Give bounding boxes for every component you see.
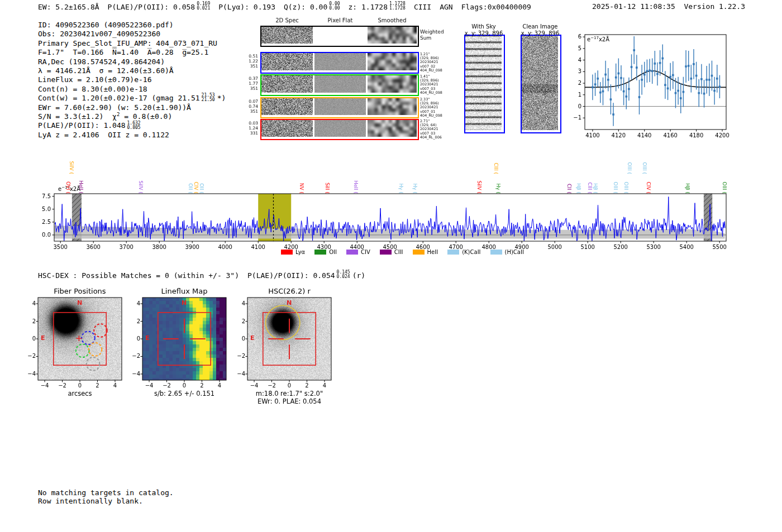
2dspec-left-value: 1.77 bbox=[244, 81, 258, 86]
cutout-ytick-label: −2 bbox=[22, 353, 36, 359]
weighted-sum-label-line1: Weighted bbox=[420, 29, 444, 35]
emission-line-label: CIII ( bbox=[499, 174, 511, 180]
spectrum-ytick-label: 2.5 bbox=[37, 219, 51, 225]
emission-line-label-text: OIII ( bbox=[722, 182, 727, 194]
emission-line-label-text: Hβ ( bbox=[685, 183, 690, 194]
inset-data-point bbox=[656, 73, 659, 75]
info-text: LyA z = 2.4106 OII z = 0.1122 bbox=[38, 131, 169, 140]
inset-data-point bbox=[618, 73, 620, 75]
cutout-ytick-label: 0 bbox=[22, 336, 36, 342]
header-timestamp-version: 2025-01-12 11:08:35 Version 1.22.3 bbox=[592, 2, 745, 11]
inset-ytick-label: 3 bbox=[569, 68, 581, 74]
cutout-xtick-label: −2 bbox=[265, 382, 279, 389]
emission-line-label-text: OII ( bbox=[188, 183, 193, 194]
inset-ytick-label: 4 bbox=[569, 57, 581, 63]
2dspec-left-value: 351 bbox=[244, 109, 258, 114]
emission-line-label: OIII ( bbox=[727, 194, 739, 199]
cutout-xtick-label: 0 bbox=[73, 382, 87, 389]
2dspec-right-value: 404_RL_006 bbox=[420, 136, 446, 140]
2dspec-right-value: 404_RU_098 bbox=[420, 114, 446, 118]
inset-data-point bbox=[700, 78, 703, 80]
inset-data-point bbox=[716, 78, 718, 80]
spectrum-xtick-label: 3600 bbox=[82, 244, 104, 250]
cutout-xtick-label: −4 bbox=[38, 382, 51, 389]
inset-data-point bbox=[667, 88, 669, 90]
info-line: λ = 4146.21Å σ = 12.40(±3.60)Å bbox=[38, 66, 226, 75]
info-line: F=1.7" T=0.166 N̅=1.40 A̅=0.28 g̅=25.1 bbox=[38, 48, 226, 57]
weighted-sum-label: Weighted Sum bbox=[420, 29, 444, 41]
spectrum-xtick-label: 4400 bbox=[346, 244, 368, 250]
report-version: Version 1.22.3 bbox=[684, 2, 745, 11]
inset-data-point bbox=[594, 83, 597, 85]
info-line: RA,Dec (198.574524,49.864204) bbox=[38, 57, 226, 66]
info-line: Cont(w) = 1.20(±0.02)e-17 (gmag 21.5121.… bbox=[38, 94, 226, 103]
emission-line-label: OIII ( bbox=[629, 194, 641, 199]
emission-line-label: SiIV ( bbox=[482, 194, 495, 199]
cutout-ytick-label: −4 bbox=[232, 371, 245, 377]
footer-line-2: Row intentionally blank. bbox=[38, 497, 174, 506]
emission-line-label-text: Hγ ( bbox=[398, 184, 404, 194]
cutout-xtick-label: 2 bbox=[90, 382, 104, 389]
emission-line-label-text: Hγ ( bbox=[495, 184, 501, 194]
legend-swatch bbox=[281, 250, 293, 255]
spectrum-xtick-label: 3900 bbox=[181, 244, 203, 250]
spectrum-xtick-label: 4300 bbox=[313, 244, 335, 250]
emission-line-label-text: CIV ( bbox=[193, 182, 199, 194]
compass-north-fiber-positions: N bbox=[77, 299, 82, 306]
2dspec-left-value: 0.07 bbox=[244, 99, 258, 104]
2dspec-left-value: 351 bbox=[244, 86, 258, 91]
spectrum-ytick-label: 7.5 bbox=[37, 193, 51, 199]
cutout-title-lineflux-map: Lineflux Map bbox=[137, 287, 232, 295]
stacked-uncertainty: 21.5321.50 bbox=[202, 93, 215, 102]
2dspec-left-value: 0.51 bbox=[244, 54, 258, 59]
2dspec-row-left-labels: 0.070.74351 bbox=[244, 99, 258, 114]
inset-data-point bbox=[708, 79, 711, 81]
inset-data-point bbox=[599, 92, 602, 94]
inset-data-point bbox=[683, 91, 685, 93]
emission-line-label-text: OII ( bbox=[199, 183, 204, 194]
emission-line-label-text: HeII ( bbox=[78, 180, 84, 194]
2dspec-row-border bbox=[260, 119, 419, 140]
cutout-xtick-label: 2 bbox=[300, 382, 313, 389]
spectrum-xtick-label: 4800 bbox=[478, 244, 500, 250]
inset-xtick-label: 4100 bbox=[583, 132, 603, 138]
2dspec-left-value: 351 bbox=[244, 64, 258, 69]
cutout-ytick-label: 4 bbox=[232, 300, 245, 306]
spectrum-xtick-label: 4100 bbox=[247, 244, 269, 250]
emission-line-label: SiIV ( bbox=[74, 174, 87, 180]
emission-line-label: CIV ( bbox=[651, 194, 663, 199]
emission-line-label-text: SiII ( bbox=[325, 183, 330, 194]
info-line: Primary Spec_Slot_IFU_AMP: 404_073_071_R… bbox=[38, 39, 226, 48]
inset-data-point bbox=[661, 57, 664, 60]
cutout-ytick-label: 2 bbox=[232, 318, 245, 324]
emission-line-label-text: OIII ( bbox=[613, 182, 618, 194]
emission-line-label-text: OIII ( bbox=[627, 162, 632, 174]
cutout-image-fiber-positions bbox=[38, 298, 122, 380]
emission-line-label: CII ( bbox=[572, 194, 582, 199]
inset-data-point bbox=[659, 62, 661, 64]
inset-data-point bbox=[620, 77, 622, 79]
spectrum-xtick-label: 4000 bbox=[214, 244, 236, 250]
info-line: LineFlux = 2.10(±0.79)e-16 bbox=[38, 75, 226, 84]
2dspec-row-right-labels: 1.21"(329, 896)20230421v007_02404_RU_098 bbox=[420, 52, 446, 73]
emission-line-label: HeII ( bbox=[84, 194, 97, 199]
inset-ytick-label: 1 bbox=[569, 92, 581, 98]
inset-xtick-label: 4200 bbox=[712, 132, 732, 138]
emission-line-label: Hβ ( bbox=[581, 194, 592, 199]
info-text: Cont(n) = 8.30(±0.00)e-18 bbox=[38, 85, 147, 94]
inset-data-point bbox=[713, 90, 716, 92]
text-segment: AGN bbox=[440, 3, 452, 11]
legend-swatch bbox=[314, 250, 326, 255]
cutout-xtick-label: −2 bbox=[56, 382, 69, 389]
compass-east-fiber-positions: E bbox=[41, 334, 45, 342]
spectrum-axes-box bbox=[54, 194, 726, 241]
spectrum-xtick-label: 5500 bbox=[708, 244, 731, 250]
inset-ytick-label: 5 bbox=[569, 45, 581, 51]
cutout-ytick-label: 4 bbox=[127, 300, 140, 306]
inset-ytick-label: 0 bbox=[569, 103, 581, 109]
cutout-ytick-label: 2 bbox=[127, 318, 140, 324]
inset-data-point bbox=[597, 78, 599, 80]
clean-image-coords: x, y: 329, 896 bbox=[518, 30, 562, 36]
emission-line-label-text: Hβ ( bbox=[593, 183, 598, 194]
compass-east-hsc-r: E bbox=[250, 334, 255, 342]
